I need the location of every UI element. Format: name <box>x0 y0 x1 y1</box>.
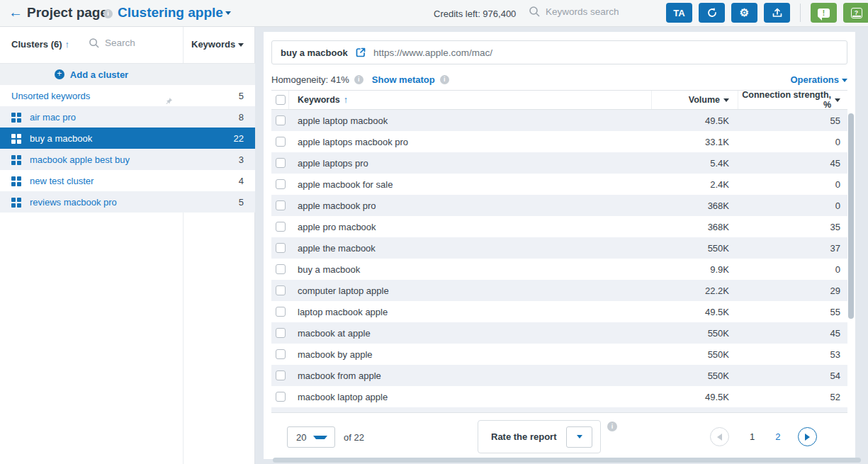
volume-cell: 22.2K <box>652 280 738 301</box>
table-row: macbook by apple550K53 <box>271 344 847 365</box>
chevron-down-icon <box>842 79 847 82</box>
show-metatop-link[interactable]: Show metatop <box>372 74 435 85</box>
volume-sort-header[interactable]: Volume <box>652 91 738 109</box>
page-title: Project page <box>27 5 108 21</box>
strength-cell: 52 <box>738 392 847 402</box>
cluster-search <box>89 38 172 48</box>
action-buttons: TA ⚙ ! ? <box>666 3 868 23</box>
info-icon[interactable]: i <box>440 75 449 84</box>
volume-cell: 9.9K <box>652 259 738 280</box>
cluster-count: 5 <box>183 197 255 208</box>
cluster-row[interactable]: macbook apple best buy3 <box>0 149 255 170</box>
cluster-detail-panel: buy a macbook https://www.apple.com/mac/… <box>264 32 855 459</box>
strength-cell: 54 <box>738 370 847 381</box>
table-row: apple the macbook550K37 <box>271 237 847 259</box>
help-icon: ? <box>851 8 862 18</box>
cluster-count: 22 <box>183 133 255 144</box>
help-button[interactable]: ? <box>843 3 868 23</box>
keywords-column-header[interactable]: Keywords <box>191 39 244 50</box>
add-cluster-button[interactable]: + Add a cluster <box>0 64 255 85</box>
row-checkbox[interactable] <box>276 285 286 295</box>
keywords-sort-header[interactable]: Keywords↑ <box>289 91 652 109</box>
rate-report-select[interactable] <box>566 426 592 448</box>
table-row: buy a macbook9.9K0 <box>271 259 847 280</box>
info-icon[interactable]: i <box>607 421 617 431</box>
table-row: apple pro macbook368K35 <box>271 216 847 237</box>
info-icon[interactable]: i <box>354 75 363 84</box>
strength-cell: 53 <box>738 349 847 360</box>
sync-button[interactable] <box>699 3 725 23</box>
volume-header-label: Volume <box>689 95 720 105</box>
keyword-cell: apple the macbook <box>298 243 376 254</box>
cluster-url[interactable]: https://www.apple.com/mac/ <box>373 47 492 58</box>
vertical-scrollbar[interactable] <box>848 113 854 319</box>
clusters-header[interactable]: Clusters (6)↑ <box>11 39 69 50</box>
keywords-header-label: Keywords <box>298 95 340 105</box>
external-link-icon[interactable] <box>355 47 366 58</box>
settings-button[interactable]: ⚙ <box>731 3 757 23</box>
row-checkbox[interactable] <box>276 264 286 274</box>
toolbar-divider <box>800 4 801 22</box>
prev-page-button[interactable] <box>710 427 729 446</box>
cluster-info-box: buy a macbook https://www.apple.com/mac/ <box>271 40 847 64</box>
row-checkbox[interactable] <box>276 349 286 359</box>
row-checkbox[interactable] <box>276 370 286 380</box>
chevron-left-icon <box>717 434 722 441</box>
feedback-icon: ! <box>818 9 830 18</box>
total-count: of 22 <box>344 432 364 443</box>
cluster-grid-icon <box>11 176 21 186</box>
operations-label: Operations <box>790 74 839 85</box>
export-button[interactable] <box>764 3 790 23</box>
cluster-grid-icon <box>11 155 21 164</box>
operations-menu[interactable]: Operations <box>790 74 847 85</box>
row-checkbox[interactable] <box>276 115 286 125</box>
table-row: macbook from apple550K54 <box>271 365 847 386</box>
row-checkbox[interactable] <box>276 200 286 210</box>
table-row: apple laptops macbook pro33.1K0 <box>271 131 847 152</box>
row-checkbox[interactable] <box>276 392 286 402</box>
feedback-button[interactable]: ! <box>811 3 837 23</box>
cluster-list: Unsorted keywords5air mac pro8buy a macb… <box>0 85 255 213</box>
strength-cell: 0 <box>738 264 847 275</box>
cluster-row[interactable]: Unsorted keywords5 <box>0 85 255 106</box>
strength-cell: 35 <box>738 222 847 232</box>
partial-row <box>271 407 847 413</box>
cluster-count: 4 <box>183 176 255 186</box>
next-page-button[interactable] <box>798 427 817 446</box>
project-selector[interactable]: Clustering apple <box>118 5 231 21</box>
strength-sort-header[interactable]: Connection strength, % <box>738 90 847 110</box>
strength-cell: 0 <box>738 137 847 147</box>
horizontal-scrollbar[interactable] <box>273 458 861 463</box>
cluster-row[interactable]: buy a macbook22 <box>0 128 255 149</box>
back-arrow-icon[interactable]: ← <box>9 4 23 21</box>
select-all-checkbox[interactable] <box>276 95 286 105</box>
volume-cell: 550K <box>652 237 738 259</box>
info-icon[interactable]: i <box>103 9 113 18</box>
keyword-cell: apple pro macbook <box>298 222 376 232</box>
page-size-select[interactable]: 20 <box>287 426 335 448</box>
cluster-row[interactable]: air mac pro8 <box>0 106 255 128</box>
page-2[interactable]: 2 <box>775 431 780 442</box>
row-checkbox[interactable] <box>276 179 286 189</box>
homogeneity-label: Homogeneity: 41% <box>271 74 349 85</box>
keyword-cell: apple laptops pro <box>298 158 368 169</box>
keywords-search-input[interactable] <box>546 6 652 17</box>
row-checkbox[interactable] <box>276 328 286 338</box>
row-checkbox[interactable] <box>276 222 286 232</box>
text-analyzer-button[interactable]: TA <box>666 3 692 23</box>
cluster-row[interactable]: reviews macbook pro5 <box>0 191 255 213</box>
volume-cell: 5.4K <box>652 152 738 174</box>
meta-row: Homogeneity: 41% i Show metatop i Operat… <box>271 70 847 89</box>
row-checkbox[interactable] <box>276 307 286 317</box>
row-checkbox[interactable] <box>276 243 286 253</box>
cluster-count: 8 <box>183 112 255 123</box>
page-1[interactable]: 1 <box>750 431 755 442</box>
row-checkbox[interactable] <box>276 158 286 168</box>
row-checkbox[interactable] <box>276 137 286 147</box>
pin-icon <box>164 97 173 106</box>
table-body: apple laptop macbook49.5K55apple laptops… <box>271 110 847 407</box>
cluster-search-input[interactable] <box>105 38 172 48</box>
keyword-cell: buy a macbook <box>298 264 360 275</box>
cluster-row[interactable]: new test cluster4 <box>0 170 255 191</box>
volume-cell: 49.5K <box>652 301 738 322</box>
